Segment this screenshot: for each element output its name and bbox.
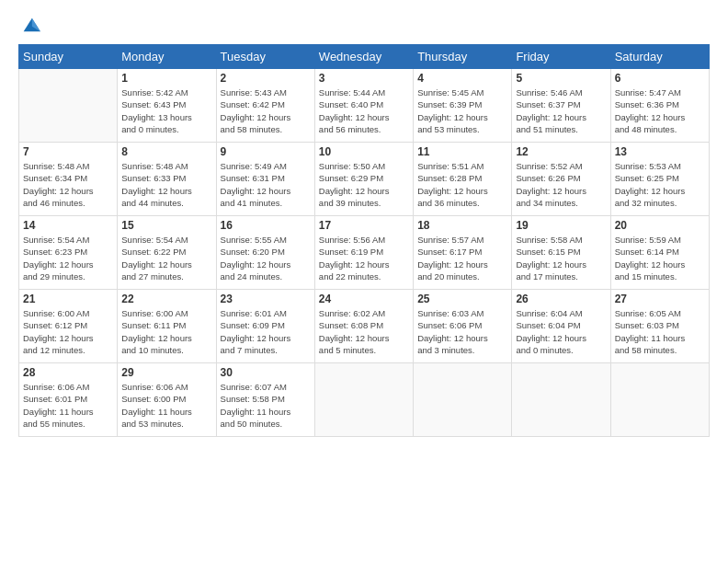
calendar-cell <box>414 363 512 437</box>
day-number: 2 <box>221 72 311 85</box>
calendar-cell: 14Sunrise: 5:54 AMSunset: 6:23 PMDayligh… <box>19 216 118 290</box>
calendar-week-4: 28Sunrise: 6:06 AMSunset: 6:01 PMDayligh… <box>19 363 710 437</box>
day-info: Sunrise: 5:42 AMSunset: 6:43 PMDaylight:… <box>121 86 211 135</box>
calendar-cell: 16Sunrise: 5:55 AMSunset: 6:20 PMDayligh… <box>216 216 314 290</box>
day-number: 6 <box>615 72 705 85</box>
day-number: 11 <box>417 145 507 158</box>
weekday-header-tuesday: Tuesday <box>216 45 314 69</box>
calendar-cell: 27Sunrise: 6:05 AMSunset: 6:03 PMDayligh… <box>610 290 709 363</box>
calendar-cell: 23Sunrise: 6:01 AMSunset: 6:09 PMDayligh… <box>216 290 314 363</box>
day-info: Sunrise: 6:00 AMSunset: 6:11 PMDaylight:… <box>121 307 211 356</box>
calendar-cell <box>19 69 118 143</box>
day-info: Sunrise: 5:59 AMSunset: 6:14 PMDaylight:… <box>615 234 705 282</box>
day-number: 4 <box>417 72 507 85</box>
day-number: 12 <box>516 145 606 158</box>
day-number: 9 <box>221 145 311 158</box>
day-number: 16 <box>221 219 311 232</box>
day-info: Sunrise: 6:02 AMSunset: 6:08 PMDaylight:… <box>319 307 409 356</box>
calendar-cell: 19Sunrise: 5:58 AMSunset: 6:15 PMDayligh… <box>512 216 610 290</box>
day-number: 29 <box>121 366 211 379</box>
day-number: 19 <box>516 219 606 232</box>
day-number: 5 <box>516 72 606 85</box>
calendar-cell: 28Sunrise: 6:06 AMSunset: 6:01 PMDayligh… <box>19 363 118 437</box>
calendar-cell: 25Sunrise: 6:03 AMSunset: 6:06 PMDayligh… <box>414 290 512 363</box>
day-info: Sunrise: 5:43 AMSunset: 6:42 PMDaylight:… <box>221 86 311 135</box>
day-info: Sunrise: 5:44 AMSunset: 6:40 PMDaylight:… <box>319 86 409 135</box>
calendar-cell: 17Sunrise: 5:56 AMSunset: 6:19 PMDayligh… <box>314 216 413 290</box>
calendar-cell: 3Sunrise: 5:44 AMSunset: 6:40 PMDaylight… <box>314 69 413 143</box>
day-info: Sunrise: 5:47 AMSunset: 6:36 PMDaylight:… <box>615 86 705 135</box>
day-info: Sunrise: 5:54 AMSunset: 6:23 PMDaylight:… <box>23 234 113 282</box>
day-info: Sunrise: 6:04 AMSunset: 6:04 PMDaylight:… <box>516 307 606 356</box>
logo-icon <box>20 15 40 35</box>
weekday-header-monday: Monday <box>118 45 216 69</box>
day-info: Sunrise: 5:51 AMSunset: 6:28 PMDaylight:… <box>417 160 507 209</box>
day-number: 24 <box>319 293 409 305</box>
day-number: 20 <box>615 219 705 232</box>
day-info: Sunrise: 5:56 AMSunset: 6:19 PMDaylight:… <box>319 234 409 282</box>
calendar-week-1: 7Sunrise: 5:48 AMSunset: 6:34 PMDaylight… <box>19 143 710 216</box>
day-number: 27 <box>615 293 705 305</box>
calendar-cell: 9Sunrise: 5:49 AMSunset: 6:31 PMDaylight… <box>216 143 314 216</box>
weekday-header-wednesday: Wednesday <box>314 45 413 69</box>
day-number: 10 <box>319 145 409 158</box>
calendar-cell: 8Sunrise: 5:48 AMSunset: 6:33 PMDaylight… <box>118 143 216 216</box>
calendar-cell: 7Sunrise: 5:48 AMSunset: 6:34 PMDaylight… <box>19 143 118 216</box>
day-info: Sunrise: 5:54 AMSunset: 6:22 PMDaylight:… <box>121 234 211 282</box>
calendar-cell: 15Sunrise: 5:54 AMSunset: 6:22 PMDayligh… <box>118 216 216 290</box>
logo <box>18 15 40 35</box>
day-info: Sunrise: 6:06 AMSunset: 6:01 PMDaylight:… <box>23 381 113 430</box>
calendar-cell <box>512 363 610 437</box>
day-info: Sunrise: 6:06 AMSunset: 6:00 PMDaylight:… <box>121 381 211 430</box>
day-number: 7 <box>23 145 113 158</box>
day-info: Sunrise: 5:52 AMSunset: 6:26 PMDaylight:… <box>516 160 606 209</box>
calendar-cell: 6Sunrise: 5:47 AMSunset: 6:36 PMDaylight… <box>610 69 709 143</box>
day-info: Sunrise: 6:03 AMSunset: 6:06 PMDaylight:… <box>417 307 507 356</box>
calendar-cell: 18Sunrise: 5:57 AMSunset: 6:17 PMDayligh… <box>414 216 512 290</box>
day-number: 13 <box>615 145 705 158</box>
calendar-cell: 5Sunrise: 5:46 AMSunset: 6:37 PMDaylight… <box>512 69 610 143</box>
day-info: Sunrise: 6:01 AMSunset: 6:09 PMDaylight:… <box>221 307 311 356</box>
day-info: Sunrise: 5:55 AMSunset: 6:20 PMDaylight:… <box>221 234 311 282</box>
calendar-week-3: 21Sunrise: 6:00 AMSunset: 6:12 PMDayligh… <box>19 290 710 363</box>
day-number: 25 <box>417 293 507 305</box>
day-info: Sunrise: 5:57 AMSunset: 6:17 PMDaylight:… <box>417 234 507 282</box>
day-info: Sunrise: 5:58 AMSunset: 6:15 PMDaylight:… <box>516 234 606 282</box>
day-number: 26 <box>516 293 606 305</box>
day-number: 22 <box>121 293 211 305</box>
calendar-cell: 10Sunrise: 5:50 AMSunset: 6:29 PMDayligh… <box>314 143 413 216</box>
calendar-cell <box>314 363 413 437</box>
day-info: Sunrise: 5:53 AMSunset: 6:25 PMDaylight:… <box>615 160 705 209</box>
calendar-cell: 21Sunrise: 6:00 AMSunset: 6:12 PMDayligh… <box>19 290 118 363</box>
day-info: Sunrise: 6:00 AMSunset: 6:12 PMDaylight:… <box>23 307 113 356</box>
day-number: 21 <box>23 293 113 305</box>
calendar-cell: 12Sunrise: 5:52 AMSunset: 6:26 PMDayligh… <box>512 143 610 216</box>
calendar-cell: 2Sunrise: 5:43 AMSunset: 6:42 PMDaylight… <box>216 69 314 143</box>
day-info: Sunrise: 6:05 AMSunset: 6:03 PMDaylight:… <box>615 307 705 356</box>
calendar-cell: 11Sunrise: 5:51 AMSunset: 6:28 PMDayligh… <box>414 143 512 216</box>
day-info: Sunrise: 5:48 AMSunset: 6:34 PMDaylight:… <box>23 160 113 209</box>
day-number: 23 <box>221 293 311 305</box>
calendar-cell: 22Sunrise: 6:00 AMSunset: 6:11 PMDayligh… <box>118 290 216 363</box>
day-number: 8 <box>121 145 211 158</box>
day-info: Sunrise: 5:46 AMSunset: 6:37 PMDaylight:… <box>516 86 606 135</box>
day-number: 17 <box>319 219 409 232</box>
calendar-week-2: 14Sunrise: 5:54 AMSunset: 6:23 PMDayligh… <box>19 216 710 290</box>
day-info: Sunrise: 5:45 AMSunset: 6:39 PMDaylight:… <box>417 86 507 135</box>
day-info: Sunrise: 5:49 AMSunset: 6:31 PMDaylight:… <box>221 160 311 209</box>
calendar-table: SundayMondayTuesdayWednesdayThursdayFrid… <box>18 44 710 437</box>
calendar-cell: 4Sunrise: 5:45 AMSunset: 6:39 PMDaylight… <box>414 69 512 143</box>
calendar-cell: 20Sunrise: 5:59 AMSunset: 6:14 PMDayligh… <box>610 216 709 290</box>
calendar-cell: 30Sunrise: 6:07 AMSunset: 5:58 PMDayligh… <box>216 363 314 437</box>
page: SundayMondayTuesdayWednesdayThursdayFrid… <box>0 0 728 563</box>
day-number: 3 <box>319 72 409 85</box>
day-number: 15 <box>121 219 211 232</box>
weekday-header-thursday: Thursday <box>414 45 512 69</box>
day-number: 18 <box>417 219 507 232</box>
header <box>18 15 710 35</box>
day-number: 14 <box>23 219 113 232</box>
weekday-header-row: SundayMondayTuesdayWednesdayThursdayFrid… <box>19 45 710 69</box>
day-number: 30 <box>221 366 311 379</box>
day-info: Sunrise: 6:07 AMSunset: 5:58 PMDaylight:… <box>221 381 311 430</box>
weekday-header-friday: Friday <box>512 45 610 69</box>
